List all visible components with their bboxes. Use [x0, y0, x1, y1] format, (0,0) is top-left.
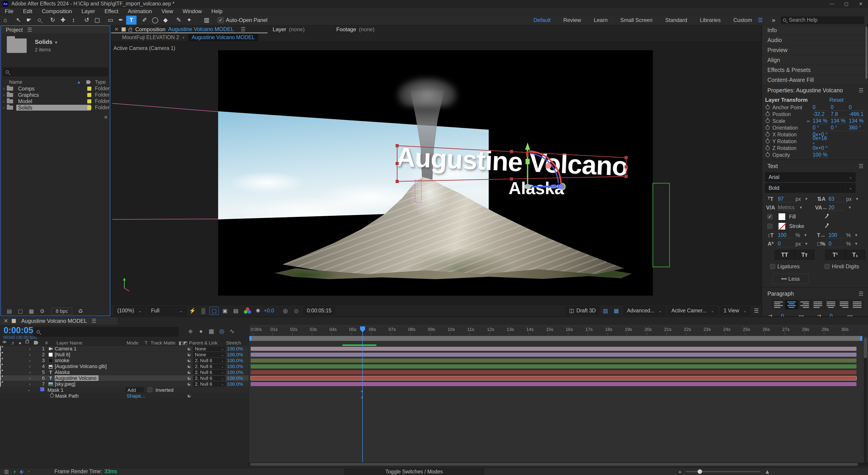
twirl-icon[interactable]: › [27, 347, 33, 351]
chevron-down-icon[interactable]: ▼ [799, 206, 803, 210]
layer-name[interactable]: Camera 1 [55, 346, 185, 352]
parent-dropdown[interactable]: 2. Null 6⌄ [193, 376, 225, 381]
timeline-graph-area[interactable]: 0:00s01s02s03s04s05s06s07s08s09s10s11s12… [249, 325, 868, 465]
stopwatch-icon[interactable] [766, 132, 770, 137]
panel-menu-icon[interactable]: ☰ [241, 26, 246, 33]
layer-visibility-eye-icon[interactable] [0, 375, 1, 381]
clone-stamp-tool-icon[interactable]: ◯ [150, 16, 160, 25]
layer-duration-row[interactable] [249, 369, 868, 375]
chevron-down-icon[interactable]: ▼ [54, 40, 58, 45]
layer-name[interactable]: [Null 6] [55, 352, 185, 358]
menu-item[interactable]: File [0, 8, 18, 14]
panel-toggle-icon[interactable]: ▥ [202, 16, 212, 25]
layer-duration-bar[interactable] [251, 376, 857, 380]
layer-row[interactable]: › 6 Augustine Volcano ☯ 2. Null 6⌄ 100.0… [0, 375, 249, 381]
exposure-value[interactable]: +0.0 [264, 307, 274, 314]
column-parent-link[interactable]: Parent & Link [189, 340, 217, 346]
chevron-down-icon[interactable]: ▼ [855, 197, 859, 201]
justify-last-center-button[interactable] [825, 300, 837, 309]
composition-mini-flowchart-icon[interactable]: ⎈ [185, 328, 196, 335]
stopwatch-icon[interactable] [50, 393, 54, 398]
work-area-start-handle[interactable] [249, 336, 252, 341]
exposure-icon[interactable]: ✺ [253, 307, 262, 315]
transform-value[interactable] [831, 152, 846, 158]
transform-value[interactable]: 0 [849, 104, 866, 111]
maximize-button[interactable]: ▢ [839, 0, 854, 8]
transform-value[interactable]: 360 ° [849, 125, 866, 131]
menu-item[interactable]: View [157, 8, 178, 14]
small-caps-button[interactable]: Tᴛ [795, 250, 814, 260]
collapsed-panel-tab[interactable]: Info [762, 25, 868, 35]
pick-whip-icon[interactable]: ☯ [185, 358, 193, 363]
transform-value[interactable]: 0 ° [813, 125, 829, 131]
project-item-name[interactable]: Graphics [16, 92, 41, 98]
playhead-line[interactable] [362, 326, 363, 462]
twirl-icon[interactable]: › [27, 376, 33, 381]
layer-visibility-eye-icon[interactable] [0, 346, 1, 352]
frame-blending-icon[interactable]: ▦ [206, 328, 217, 335]
stretch-value[interactable]: 100.0% [227, 358, 249, 363]
twirl-icon[interactable]: ⌄ [27, 387, 31, 392]
selection-tool-icon[interactable]: ↖ [13, 16, 24, 25]
twirl-icon[interactable]: › [27, 358, 33, 363]
puppet-pin-tool-icon[interactable]: ✦ [184, 16, 194, 25]
layer-duration-bar[interactable] [251, 370, 857, 374]
layer-name[interactable]: [Augustine Volcano.glb] [55, 363, 185, 369]
menu-item[interactable]: Animation [123, 8, 157, 14]
kerning-value[interactable]: Metrics [777, 205, 796, 211]
panel-menu-icon[interactable]: ☰ [92, 318, 96, 324]
dolly-camera-tool-icon[interactable]: ↕ [68, 16, 79, 25]
transform-value[interactable] [849, 152, 866, 158]
stopwatch-icon[interactable] [766, 153, 770, 157]
project-item-name[interactable]: Comps [16, 86, 36, 92]
layer-visibility-eye-icon[interactable] [0, 357, 1, 364]
footage-tab-label[interactable]: Footage [336, 26, 356, 33]
chevron-down-icon[interactable]: ▼ [804, 242, 808, 246]
all-caps-button[interactable]: TT [775, 250, 795, 260]
twirl-icon[interactable]: › [27, 352, 33, 357]
label-color-chip[interactable] [87, 93, 91, 97]
layer-row[interactable]: › 1 Camera 1 ☯ None⌄ 100.0% [0, 346, 249, 352]
workspace-item[interactable]: Small Screen [620, 17, 653, 23]
layer-duration-row[interactable] [249, 346, 868, 352]
align-right-button[interactable] [798, 300, 811, 309]
transform-value[interactable]: 0 [831, 104, 846, 111]
layer-duration-row[interactable] [249, 363, 868, 369]
timeline-search-input[interactable] [42, 329, 160, 335]
notification-icon[interactable]: ◦ [28, 469, 30, 475]
layer-name[interactable]: Alaska [55, 369, 185, 375]
channel-icon[interactable] [244, 307, 252, 314]
composition-tab-label[interactable]: Composition [135, 26, 165, 33]
twirl-icon[interactable]: › [27, 364, 33, 369]
stretch-value[interactable]: 100.0% [227, 381, 249, 387]
label-color-chip[interactable] [87, 87, 91, 91]
hand-tool-icon[interactable]: ☛ [24, 16, 34, 25]
justify-all-button[interactable] [850, 300, 864, 309]
pick-whip-icon[interactable]: ☯ [185, 352, 193, 357]
column-layer-name[interactable]: Layer Name [57, 340, 82, 346]
twirl-icon[interactable]: › [1, 99, 7, 104]
layer-name[interactable]: [sky.jpeg] [55, 381, 185, 387]
collapsed-panel-tab[interactable]: Align [762, 55, 868, 65]
auto-open-panel-checkbox[interactable]: ✓ [218, 17, 223, 23]
superscript-button[interactable]: T¹ [825, 250, 845, 260]
renderer-status-icon[interactable]: ⬖ [20, 469, 24, 475]
layer-duration-bar[interactable] [251, 358, 857, 363]
layer-duration-row[interactable] [249, 358, 868, 363]
align-left-button[interactable] [772, 300, 785, 309]
stopwatch-icon[interactable] [766, 139, 770, 143]
project-bit-depth[interactable]: 8 bpc [52, 307, 72, 315]
layer-tab-label[interactable]: Layer [273, 26, 286, 33]
baseline-shift-value[interactable]: 0 [777, 241, 794, 247]
twirl-icon[interactable]: › [27, 370, 33, 375]
resolution-dropdown[interactable]: Full⌄ [148, 306, 186, 315]
project-flowchart-icon[interactable]: ⎈ [104, 115, 107, 120]
ground-plane-icon[interactable]: ▨ [601, 307, 610, 315]
fill-checkbox[interactable]: ✓ [767, 214, 772, 219]
workspace-item[interactable]: Review [563, 17, 581, 23]
type-tool-icon[interactable]: T [126, 16, 136, 25]
label-color-chip[interactable] [87, 106, 91, 110]
transform-value[interactable] [831, 145, 846, 151]
collapsed-panel-tab[interactable]: Preview [762, 45, 868, 55]
layer-name[interactable]: Augustine Volcano [55, 375, 185, 381]
